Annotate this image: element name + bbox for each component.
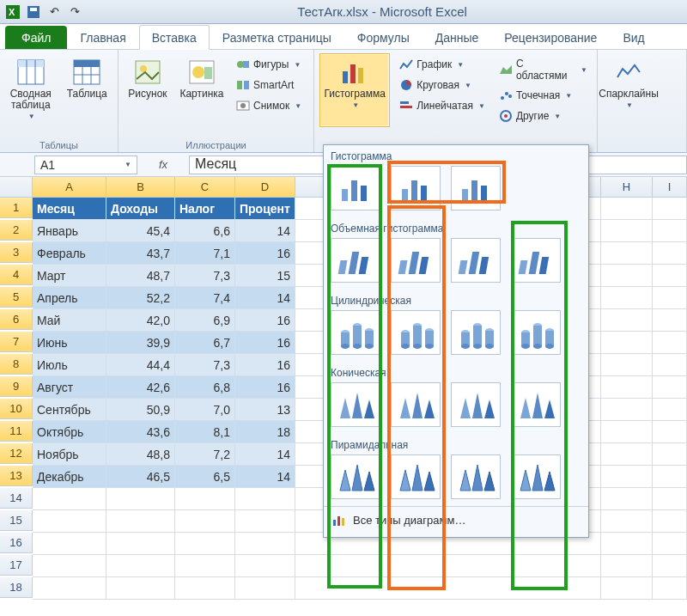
cell[interactable]: 16 bbox=[235, 354, 295, 376]
row-header[interactable]: 10 bbox=[0, 399, 33, 419]
row-header[interactable]: 6 bbox=[0, 309, 33, 330]
pivot-table-button[interactable]: Сводная таблица ▼ bbox=[5, 53, 57, 127]
cell[interactable]: 7,2 bbox=[175, 443, 235, 466]
smartart-button[interactable]: SmartArt bbox=[232, 76, 306, 95]
tab-data[interactable]: Данные bbox=[423, 25, 492, 49]
column-header[interactable]: A bbox=[33, 177, 106, 198]
fx-icon[interactable]: fx bbox=[137, 158, 189, 171]
cell[interactable] bbox=[33, 488, 106, 510]
cell[interactable]: Июль bbox=[33, 354, 106, 376]
redo-icon[interactable]: ↷ bbox=[67, 4, 82, 20]
row-header[interactable]: 14 bbox=[0, 488, 33, 509]
chart-type-option[interactable] bbox=[331, 382, 380, 427]
column-header[interactable]: C bbox=[175, 177, 235, 198]
select-all-corner[interactable] bbox=[0, 177, 33, 198]
cell[interactable]: Ноябрь bbox=[33, 443, 106, 466]
cell[interactable]: 6,7 bbox=[175, 332, 235, 354]
row-header[interactable]: 18 bbox=[0, 577, 33, 598]
picture-button[interactable]: Рисунок bbox=[124, 53, 172, 127]
pie-chart-button[interactable]: Круговая▼ bbox=[395, 76, 489, 95]
cell[interactable]: 14 bbox=[235, 443, 295, 466]
cell[interactable]: 14 bbox=[235, 466, 295, 488]
bar-chart-button[interactable]: Линейчатая▼ bbox=[395, 96, 489, 115]
cell[interactable]: 43,7 bbox=[106, 242, 175, 265]
cell[interactable]: Сентябрь bbox=[33, 399, 106, 421]
cell[interactable]: Август bbox=[33, 376, 106, 399]
cell[interactable] bbox=[601, 376, 653, 399]
cell[interactable]: Процент bbox=[235, 198, 295, 220]
cell[interactable] bbox=[106, 533, 175, 555]
cell[interactable] bbox=[601, 399, 653, 421]
cell[interactable]: 48,7 bbox=[106, 265, 175, 287]
cell[interactable]: 8,1 bbox=[175, 421, 235, 443]
cell[interactable] bbox=[175, 533, 235, 555]
cell[interactable] bbox=[653, 220, 687, 242]
row-header[interactable]: 16 bbox=[0, 533, 33, 553]
all-chart-types-button[interactable]: Все типы диаграмм… bbox=[324, 506, 588, 534]
cell[interactable]: 16 bbox=[235, 332, 295, 354]
cell[interactable] bbox=[175, 577, 235, 600]
column-chart-button[interactable]: Гистограмма ▼ bbox=[319, 53, 390, 127]
cell[interactable]: 14 bbox=[235, 220, 295, 242]
row-header[interactable]: 3 bbox=[0, 242, 33, 263]
cell[interactable] bbox=[601, 533, 653, 555]
tab-insert[interactable]: Вставка bbox=[139, 25, 210, 50]
tab-view[interactable]: Вид bbox=[610, 25, 657, 49]
cell[interactable]: 13 bbox=[235, 399, 295, 421]
name-box[interactable]: A1▼ bbox=[34, 156, 137, 174]
chart-type-option[interactable] bbox=[391, 166, 441, 210]
cell[interactable]: 50,9 bbox=[106, 399, 175, 421]
column-header[interactable]: D bbox=[235, 177, 295, 198]
line-chart-button[interactable]: График▼ bbox=[395, 55, 489, 74]
cell[interactable] bbox=[601, 577, 653, 600]
cell[interactable]: 18 bbox=[235, 421, 295, 443]
cell[interactable]: 7,3 bbox=[175, 354, 235, 376]
cell[interactable]: Июнь bbox=[33, 332, 106, 354]
chart-type-option[interactable] bbox=[451, 454, 501, 499]
cell[interactable]: Май bbox=[33, 309, 106, 332]
cell[interactable]: 15 bbox=[235, 265, 295, 287]
cell[interactable] bbox=[601, 287, 653, 309]
cell[interactable]: 6,6 bbox=[175, 220, 235, 242]
cell[interactable] bbox=[601, 332, 653, 354]
cell[interactable] bbox=[601, 421, 653, 443]
row-header[interactable]: 7 bbox=[0, 332, 33, 352]
cell[interactable] bbox=[33, 533, 106, 555]
cell[interactable] bbox=[601, 488, 653, 510]
row-header[interactable]: 8 bbox=[0, 354, 33, 375]
chart-type-option[interactable] bbox=[451, 166, 501, 210]
row-header[interactable]: 17 bbox=[0, 555, 33, 576]
chart-type-option[interactable] bbox=[511, 310, 561, 355]
undo-icon[interactable]: ↶ bbox=[46, 4, 62, 20]
cell[interactable] bbox=[601, 510, 653, 533]
cell[interactable] bbox=[175, 488, 235, 510]
cell[interactable]: Налог bbox=[175, 198, 235, 220]
tab-page-layout[interactable]: Разметка страницы bbox=[210, 25, 344, 49]
cell[interactable]: 39,9 bbox=[106, 332, 175, 354]
chart-type-option[interactable] bbox=[331, 454, 380, 499]
cell[interactable] bbox=[653, 287, 687, 309]
cell[interactable] bbox=[175, 510, 235, 533]
area-chart-button[interactable]: С областями▼ bbox=[495, 55, 592, 84]
chart-type-option[interactable] bbox=[511, 238, 561, 283]
chart-type-option[interactable] bbox=[451, 382, 501, 427]
chart-type-option[interactable] bbox=[391, 310, 441, 355]
cell[interactable] bbox=[235, 533, 295, 555]
cell[interactable]: 43,6 bbox=[106, 421, 175, 443]
cell[interactable] bbox=[601, 220, 653, 242]
cell[interactable] bbox=[33, 555, 106, 577]
cell[interactable]: Доходы bbox=[106, 198, 175, 220]
cell[interactable] bbox=[106, 555, 175, 577]
cell[interactable]: 45,4 bbox=[106, 220, 175, 242]
cell[interactable] bbox=[653, 466, 687, 488]
cell[interactable] bbox=[653, 533, 687, 555]
cell[interactable] bbox=[653, 555, 687, 577]
clipart-button[interactable]: Картинка bbox=[177, 53, 227, 127]
cell[interactable] bbox=[653, 242, 687, 265]
cell[interactable] bbox=[175, 555, 235, 577]
chart-type-option[interactable] bbox=[331, 310, 380, 355]
row-header[interactable]: 11 bbox=[0, 421, 33, 442]
cell[interactable]: Октябрь bbox=[33, 421, 106, 443]
cell[interactable]: 16 bbox=[235, 376, 295, 399]
cell[interactable] bbox=[295, 555, 601, 577]
